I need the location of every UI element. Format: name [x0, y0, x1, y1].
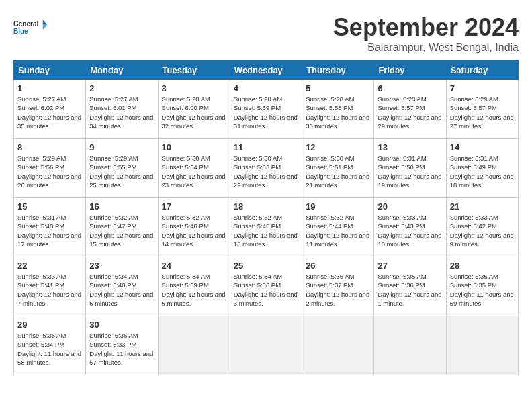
calendar-cell: 10 Sunrise: 5:30 AM Sunset: 5:54 PM Dayl…	[158, 139, 230, 198]
day-number: 13	[378, 142, 442, 152]
day-number: 30	[89, 320, 154, 330]
calendar-cell: 25 Sunrise: 5:34 AM Sunset: 5:38 PM Dayl…	[230, 257, 302, 316]
calendar-cell: 17 Sunrise: 5:32 AM Sunset: 5:46 PM Dayl…	[158, 198, 230, 257]
day-number: 1	[17, 83, 82, 93]
calendar-cell: 5 Sunrise: 5:28 AM Sunset: 5:58 PM Dayli…	[302, 80, 374, 139]
day-number: 8	[17, 142, 82, 152]
day-info: Sunrise: 5:27 AM Sunset: 6:02 PM Dayligh…	[17, 95, 82, 130]
title-block: September 2024 Balarampur, West Bengal, …	[333, 13, 519, 54]
day-info: Sunrise: 5:35 AM Sunset: 5:37 PM Dayligh…	[306, 272, 370, 308]
calendar-cell: 7 Sunrise: 5:29 AM Sunset: 5:57 PM Dayli…	[446, 80, 518, 139]
day-number: 29	[17, 320, 82, 330]
calendar-table: Sunday Monday Tuesday Wednesday Thursday…	[13, 60, 519, 375]
calendar-cell: 27 Sunrise: 5:35 AM Sunset: 5:36 PM Dayl…	[374, 257, 446, 316]
calendar-cell: 2 Sunrise: 5:27 AM Sunset: 6:01 PM Dayli…	[86, 80, 158, 139]
logo-icon: General Blue	[13, 13, 47, 42]
calendar-cell: 22 Sunrise: 5:33 AM Sunset: 5:41 PM Dayl…	[14, 257, 86, 316]
day-info: Sunrise: 5:30 AM Sunset: 5:53 PM Dayligh…	[234, 154, 298, 189]
day-number: 2	[89, 83, 154, 93]
calendar-cell: 11 Sunrise: 5:30 AM Sunset: 5:53 PM Dayl…	[230, 139, 302, 198]
page-header: General Blue September 2024 Balarampur, …	[13, 13, 519, 54]
calendar-cell: 30 Sunrise: 5:36 AM Sunset: 5:33 PM Dayl…	[86, 316, 158, 375]
calendar-cell: 12 Sunrise: 5:30 AM Sunset: 5:51 PM Dayl…	[302, 139, 374, 198]
svg-text:General: General	[13, 20, 38, 28]
location-subtitle: Balarampur, West Bengal, India	[333, 42, 519, 54]
svg-text:Blue: Blue	[13, 28, 28, 35]
calendar-cell: 8 Sunrise: 5:29 AM Sunset: 5:56 PM Dayli…	[14, 139, 86, 198]
calendar-cell: 1 Sunrise: 5:27 AM Sunset: 6:02 PM Dayli…	[14, 80, 86, 139]
day-number: 28	[450, 261, 515, 271]
calendar-cell: 6 Sunrise: 5:28 AM Sunset: 5:57 PM Dayli…	[374, 80, 446, 139]
day-number: 14	[450, 142, 515, 152]
calendar-cell: 29 Sunrise: 5:36 AM Sunset: 5:34 PM Dayl…	[14, 316, 86, 375]
day-number: 25	[234, 261, 298, 271]
day-number: 3	[162, 83, 226, 93]
day-number: 21	[450, 201, 515, 212]
calendar-cell	[302, 316, 374, 375]
header-friday: Friday	[374, 61, 446, 80]
day-info: Sunrise: 5:29 AM Sunset: 5:55 PM Dayligh…	[89, 154, 154, 189]
calendar-cell: 15 Sunrise: 5:31 AM Sunset: 5:48 PM Dayl…	[14, 198, 86, 257]
calendar-cell: 26 Sunrise: 5:35 AM Sunset: 5:37 PM Dayl…	[302, 257, 374, 316]
day-info: Sunrise: 5:34 AM Sunset: 5:39 PM Dayligh…	[162, 272, 226, 308]
month-title: September 2024	[333, 13, 519, 42]
day-info: Sunrise: 5:31 AM Sunset: 5:50 PM Dayligh…	[378, 154, 442, 189]
day-info: Sunrise: 5:36 AM Sunset: 5:33 PM Dayligh…	[89, 331, 154, 367]
day-number: 7	[450, 83, 515, 93]
svg-marker-2	[43, 19, 47, 25]
day-number: 17	[162, 201, 226, 212]
day-info: Sunrise: 5:28 AM Sunset: 5:58 PM Dayligh…	[306, 95, 370, 130]
day-number: 9	[89, 142, 154, 152]
day-number: 18	[234, 201, 298, 212]
day-info: Sunrise: 5:28 AM Sunset: 5:57 PM Dayligh…	[378, 95, 442, 130]
day-number: 10	[162, 142, 226, 152]
calendar-cell: 4 Sunrise: 5:28 AM Sunset: 5:59 PM Dayli…	[230, 80, 302, 139]
svg-marker-3	[43, 25, 47, 30]
calendar-cell	[446, 316, 518, 375]
day-info: Sunrise: 5:33 AM Sunset: 5:43 PM Dayligh…	[378, 213, 442, 248]
day-number: 6	[378, 83, 442, 93]
day-number: 27	[378, 261, 442, 271]
header-sunday: Sunday	[14, 61, 86, 80]
calendar-cell: 19 Sunrise: 5:32 AM Sunset: 5:44 PM Dayl…	[302, 198, 374, 257]
day-number: 22	[17, 261, 82, 271]
day-number: 15	[17, 201, 82, 212]
calendar-cell	[230, 316, 302, 375]
day-info: Sunrise: 5:29 AM Sunset: 5:57 PM Dayligh…	[450, 95, 515, 130]
day-info: Sunrise: 5:32 AM Sunset: 5:44 PM Dayligh…	[306, 213, 370, 248]
day-number: 4	[234, 83, 298, 93]
calendar-header-row: Sunday Monday Tuesday Wednesday Thursday…	[14, 61, 519, 80]
calendar-cell	[158, 316, 230, 375]
day-number: 26	[306, 261, 370, 271]
calendar-cell	[374, 316, 446, 375]
day-number: 11	[234, 142, 298, 152]
day-info: Sunrise: 5:34 AM Sunset: 5:38 PM Dayligh…	[234, 272, 298, 308]
header-tuesday: Tuesday	[158, 61, 230, 80]
day-info: Sunrise: 5:30 AM Sunset: 5:54 PM Dayligh…	[162, 154, 226, 189]
day-info: Sunrise: 5:33 AM Sunset: 5:41 PM Dayligh…	[17, 272, 82, 308]
calendar-cell: 13 Sunrise: 5:31 AM Sunset: 5:50 PM Dayl…	[374, 139, 446, 198]
logo: General Blue	[13, 13, 47, 42]
calendar-cell: 9 Sunrise: 5:29 AM Sunset: 5:55 PM Dayli…	[86, 139, 158, 198]
day-number: 24	[162, 261, 226, 271]
header-monday: Monday	[86, 61, 158, 80]
calendar-week-2: 8 Sunrise: 5:29 AM Sunset: 5:56 PM Dayli…	[14, 139, 519, 198]
day-info: Sunrise: 5:31 AM Sunset: 5:48 PM Dayligh…	[17, 213, 82, 248]
calendar-cell: 16 Sunrise: 5:32 AM Sunset: 5:47 PM Dayl…	[86, 198, 158, 257]
calendar-cell: 14 Sunrise: 5:31 AM Sunset: 5:49 PM Dayl…	[446, 139, 518, 198]
day-info: Sunrise: 5:31 AM Sunset: 5:49 PM Dayligh…	[450, 154, 515, 189]
day-number: 12	[306, 142, 370, 152]
calendar-week-1: 1 Sunrise: 5:27 AM Sunset: 6:02 PM Dayli…	[14, 80, 519, 139]
day-number: 5	[306, 83, 370, 93]
header-thursday: Thursday	[302, 61, 374, 80]
day-info: Sunrise: 5:35 AM Sunset: 5:35 PM Dayligh…	[450, 272, 515, 308]
day-number: 20	[378, 201, 442, 212]
day-info: Sunrise: 5:27 AM Sunset: 6:01 PM Dayligh…	[89, 95, 154, 130]
day-info: Sunrise: 5:28 AM Sunset: 5:59 PM Dayligh…	[234, 95, 298, 130]
calendar-cell: 24 Sunrise: 5:34 AM Sunset: 5:39 PM Dayl…	[158, 257, 230, 316]
calendar-week-5: 29 Sunrise: 5:36 AM Sunset: 5:34 PM Dayl…	[14, 316, 519, 375]
day-info: Sunrise: 5:30 AM Sunset: 5:51 PM Dayligh…	[306, 154, 370, 189]
header-saturday: Saturday	[446, 61, 518, 80]
day-info: Sunrise: 5:35 AM Sunset: 5:36 PM Dayligh…	[378, 272, 442, 308]
calendar-week-4: 22 Sunrise: 5:33 AM Sunset: 5:41 PM Dayl…	[14, 257, 519, 316]
